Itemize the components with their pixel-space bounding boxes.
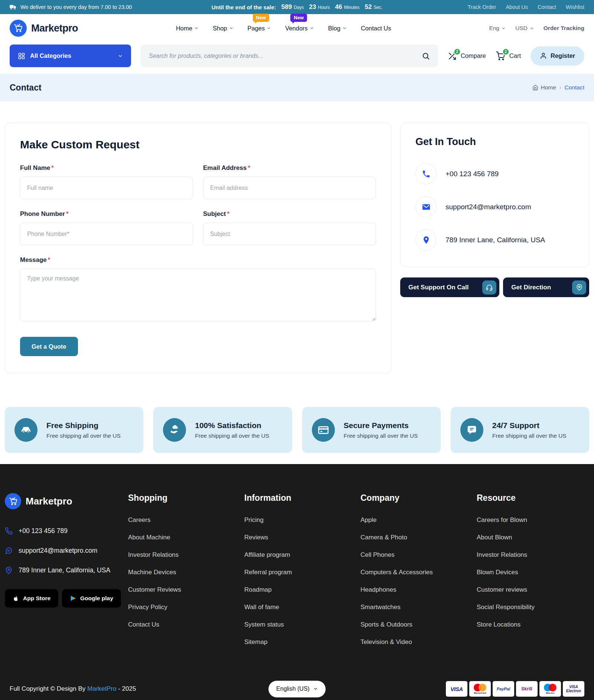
- phone-row[interactable]: +00 123 456 789: [415, 163, 574, 184]
- footer-brand[interactable]: Marketpro: [5, 493, 124, 509]
- search-box: [141, 45, 438, 67]
- order-tracking-link[interactable]: Order Tracking: [544, 25, 584, 32]
- footer-link[interactable]: Machine Devices: [128, 569, 241, 576]
- main-content: Make Custom Request Full Name* Email Add…: [0, 101, 594, 374]
- footer-link[interactable]: Computers & Accessories: [360, 569, 473, 576]
- footer-link[interactable]: Cell Phones: [360, 551, 473, 559]
- footer-phone-row[interactable]: +00 123 456 789: [5, 527, 124, 535]
- compare-label: Compare: [461, 52, 486, 59]
- brand-logo-icon: [5, 493, 21, 509]
- compare-icon: 2: [448, 52, 457, 60]
- email-field[interactable]: [203, 177, 376, 199]
- email-row[interactable]: support24@marketpro.com: [415, 196, 574, 217]
- full-name-field[interactable]: [20, 177, 193, 199]
- footer-link[interactable]: Smartwatches: [360, 604, 473, 611]
- nav-item-home[interactable]: Home: [176, 25, 199, 32]
- chevron-down-icon: [310, 26, 314, 30]
- language-selector[interactable]: English (US): [268, 681, 326, 697]
- footer-column-company: Company Apple Camera & Photo Cell Phones…: [357, 493, 473, 656]
- cart-label: Cart: [509, 52, 521, 59]
- feature-free-shipping: Free Shipping Free shipping all over the…: [5, 407, 143, 453]
- full-name-group: Full Name*: [20, 164, 193, 199]
- get-a-quote-button[interactable]: Get a Quote: [20, 337, 78, 356]
- satisfaction-icon: [163, 418, 186, 442]
- footer-link[interactable]: Customer Reviews: [128, 586, 241, 594]
- footer-link[interactable]: Camera & Photo: [360, 534, 473, 541]
- footer-link[interactable]: Investor Relations: [128, 551, 241, 559]
- footer-link[interactable]: Television & Video: [360, 638, 473, 646]
- cart-button[interactable]: 2 Cart: [496, 52, 521, 60]
- street-address: 789 Inner Lane, California, USA: [446, 236, 545, 244]
- home-icon: [532, 85, 538, 91]
- all-categories-button[interactable]: All Categories: [10, 45, 131, 67]
- full-name-label: Full Name*: [20, 164, 193, 172]
- footer-address-row[interactable]: 789 Inner Lane, California, USA: [5, 566, 124, 574]
- footer-phone: +00 123 456 789: [19, 527, 68, 535]
- topbar-link-contact[interactable]: Contact: [538, 4, 556, 10]
- footer-link[interactable]: Reviews: [244, 534, 357, 541]
- payment-methods: VISA MasterCard PayPal Skrill Maestro VI…: [446, 681, 584, 697]
- footer-link[interactable]: Sports & Outdoors: [360, 621, 473, 628]
- google-play-button[interactable]: Google play: [62, 589, 121, 608]
- cart-icon: 2: [496, 52, 505, 60]
- nav-item-vendors[interactable]: New Vendors: [285, 25, 314, 32]
- topbar-link-about-us[interactable]: About Us: [506, 4, 528, 10]
- breadcrumb-current[interactable]: Contact: [565, 84, 584, 91]
- footer-link[interactable]: Referral program: [244, 569, 357, 576]
- footer-link[interactable]: Headphones: [360, 586, 473, 594]
- footer-link[interactable]: Careers: [128, 516, 241, 524]
- footer-link[interactable]: Apple: [360, 516, 473, 524]
- subject-group: Subject*: [203, 210, 376, 245]
- phone-field[interactable]: [20, 223, 193, 245]
- search-input[interactable]: [149, 53, 417, 59]
- brand-name: Marketpro: [31, 23, 78, 34]
- address-row[interactable]: 789 Inner Lane, California, USA: [415, 229, 574, 250]
- compare-button[interactable]: 2 Compare: [448, 52, 486, 60]
- app-store-label: App Store: [23, 595, 50, 602]
- nav-item-shop[interactable]: Shop: [213, 25, 234, 32]
- get-support-on-call-button[interactable]: Get Support On Call: [400, 277, 499, 297]
- nav-item-contact-us[interactable]: Contact Us: [361, 25, 391, 32]
- currency-select[interactable]: USD: [515, 25, 534, 32]
- footer-email-row[interactable]: support24@marketpro.com: [5, 547, 124, 555]
- message-label: Message*: [20, 256, 376, 264]
- register-button[interactable]: Register: [531, 46, 584, 66]
- nav-item-blog[interactable]: Blog: [328, 25, 347, 32]
- chevron-down-icon: [342, 26, 347, 30]
- footer-link[interactable]: Affiliate program: [244, 551, 357, 559]
- footer-link[interactable]: Social Responsibility: [477, 604, 589, 611]
- language-select[interactable]: Eng: [489, 25, 506, 32]
- footer-link[interactable]: Privacy Policy: [128, 604, 241, 611]
- search-icon[interactable]: [422, 52, 430, 60]
- get-direction-button[interactable]: Get Direction: [503, 277, 589, 297]
- copyright-brand-link[interactable]: MarketPro: [87, 685, 116, 692]
- footer-link[interactable]: Store Locations: [477, 621, 589, 628]
- custom-request-card: Make Custom Request Full Name* Email Add…: [5, 122, 391, 374]
- footer-link[interactable]: Careers for Blown: [477, 516, 589, 524]
- footer-link[interactable]: Roadmap: [244, 586, 357, 594]
- footer-link[interactable]: Pricing: [244, 516, 357, 524]
- footer-link[interactable]: Blown Devices: [477, 569, 589, 576]
- breadcrumb-home[interactable]: Home: [532, 84, 556, 91]
- footer-link[interactable]: Customer reviews: [477, 586, 589, 594]
- footer-link[interactable]: About Machine: [128, 534, 241, 541]
- footer-link[interactable]: Investor Relations: [477, 551, 589, 559]
- footer-link[interactable]: Wall of fame: [244, 604, 357, 611]
- google-play-icon: [70, 595, 76, 602]
- message-field[interactable]: [20, 269, 376, 321]
- phone-group: Phone Number*: [20, 210, 193, 245]
- subject-label: Subject*: [203, 210, 376, 218]
- footer-link[interactable]: System status: [244, 621, 357, 628]
- footer-link[interactable]: Contact Us: [128, 621, 241, 628]
- topbar-link-wishlist[interactable]: Wishlist: [566, 4, 584, 10]
- footer-link[interactable]: Sitemap: [244, 638, 357, 646]
- brand[interactable]: Marketpro: [10, 20, 78, 37]
- subject-field[interactable]: [203, 223, 376, 245]
- chevron-down-icon: [194, 26, 199, 30]
- footer-link[interactable]: About Blown: [477, 534, 589, 541]
- phone-number: +00 123 456 789: [446, 170, 499, 178]
- topbar-link-track-order[interactable]: Track Order: [468, 4, 496, 10]
- app-store-button[interactable]: App Store: [5, 589, 58, 608]
- topbar-links: Track Order About Us Contact Wishlist: [468, 4, 584, 10]
- nav-item-pages[interactable]: New Pages: [248, 25, 271, 32]
